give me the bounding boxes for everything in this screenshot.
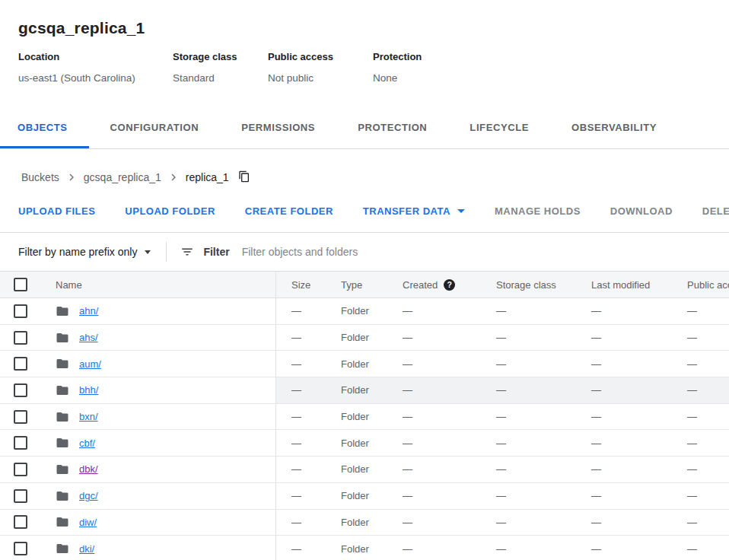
row-size: — (276, 377, 341, 403)
meta-label: Protection (373, 51, 422, 62)
row-public-access: — (687, 298, 729, 324)
create-folder-button[interactable]: CREATE FOLDER (237, 197, 341, 224)
table-row: ahn/ — Folder — — — — (0, 298, 729, 325)
row-last-modified: — (591, 430, 687, 456)
breadcrumb-link[interactable]: Buckets (21, 171, 59, 183)
chevron-right-icon (65, 170, 78, 184)
row-checkbox[interactable] (14, 515, 27, 529)
row-last-modified: — (591, 457, 687, 482)
row-last-modified: — (591, 510, 687, 536)
tab-objects[interactable]: OBJECTS (0, 109, 89, 148)
folder-icon (56, 489, 69, 503)
tab-observability[interactable]: OBSERVABILITY (550, 109, 678, 148)
row-type: Folder (341, 510, 403, 536)
row-created: — (403, 325, 496, 351)
row-checkbox-cell (0, 298, 43, 324)
tab-configuration[interactable]: CONFIGURATION (89, 109, 221, 148)
row-checkbox[interactable] (14, 542, 27, 555)
folder-link[interactable]: cbf/ (79, 438, 95, 449)
row-last-modified: — (591, 351, 687, 377)
select-all-checkbox[interactable] (14, 278, 27, 291)
row-type: Folder (341, 536, 403, 560)
row-type: Folder (341, 457, 403, 482)
filter-input[interactable] (240, 245, 721, 259)
row-checkbox-cell (0, 457, 43, 482)
vertical-divider (166, 242, 167, 262)
folder-link[interactable]: diw/ (79, 517, 97, 528)
row-checkbox[interactable] (14, 304, 27, 318)
folder-icon (56, 542, 69, 555)
folder-icon (56, 410, 69, 424)
row-storage-class: — (496, 457, 591, 482)
row-checkbox-cell (0, 404, 43, 430)
column-header-public-access: Public access (687, 272, 729, 298)
objects-toolbar: UPLOAD FILES UPLOAD FOLDER CREATE FOLDER… (0, 189, 729, 233)
folder-link[interactable]: aum/ (79, 358, 101, 370)
row-created: — (403, 536, 496, 560)
row-size: — (276, 510, 341, 536)
filter-icon (180, 245, 194, 259)
table-body: ahn/ — Folder — — — — ahs/ — Folder — — … (0, 298, 729, 560)
folder-link[interactable]: bhh/ (79, 384, 98, 396)
tab-label: CONFIGURATION (110, 122, 199, 133)
bucket-details-page: gcsqa_replica_1 Location us-east1 (South… (0, 0, 729, 560)
toolbar-button-label: UPLOAD FILES (18, 205, 95, 217)
row-last-modified: — (591, 377, 687, 403)
tab-protection[interactable]: PROTECTION (336, 109, 448, 148)
row-checkbox[interactable] (14, 436, 27, 450)
row-name-cell: cbf/ (43, 430, 276, 456)
toolbar-button-label: CREATE FOLDER (245, 205, 333, 217)
tab-label: PROTECTION (358, 122, 427, 133)
folder-link[interactable]: dki/ (79, 543, 94, 555)
row-name-cell: dgc/ (43, 483, 276, 509)
filter-scope-dropdown[interactable]: Filter by name prefix only (18, 246, 151, 258)
row-storage-class: — (496, 536, 591, 560)
row-checkbox[interactable] (14, 463, 27, 476)
upload-folder-button[interactable]: UPLOAD FOLDER (117, 197, 222, 224)
column-header-created: Created ? (403, 272, 496, 298)
copy-icon (238, 170, 250, 185)
bucket-meta-row: Location us-east1 (South Carolina) Stora… (18, 51, 711, 84)
folder-link[interactable]: ahs/ (79, 332, 98, 343)
folder-link[interactable]: dgc/ (79, 490, 98, 501)
row-public-access: — (687, 483, 729, 509)
upload-files-button[interactable]: UPLOAD FILES (11, 197, 103, 224)
meta-label: Storage class (173, 51, 268, 62)
row-size: — (276, 457, 341, 482)
row-storage-class: — (496, 325, 591, 351)
folder-icon (56, 436, 69, 450)
folder-link[interactable]: ahn/ (79, 305, 98, 317)
meta-value: us-east1 (South Carolina) (18, 72, 173, 84)
tab-permissions[interactable]: PERMISSIONS (220, 109, 336, 148)
tab-bar: OBJECTSCONFIGURATIONPERMISSIONSPROTECTIO… (0, 109, 729, 149)
table-row: diw/ — Folder — — — — (0, 510, 729, 536)
row-name-cell: diw/ (43, 510, 276, 536)
transfer-data-button[interactable]: TRANSFER DATA (355, 197, 473, 224)
row-type: Folder (341, 377, 403, 403)
help-icon[interactable]: ? (444, 279, 455, 291)
toolbar-button-label: DELETE (702, 205, 729, 217)
row-checkbox-cell (0, 377, 43, 403)
tab-lifecycle[interactable]: LIFECYCLE (448, 109, 550, 148)
row-type: Folder (341, 404, 403, 430)
row-checkbox[interactable] (14, 410, 27, 424)
folder-link[interactable]: dbk/ (79, 463, 98, 475)
tab-label: LIFECYCLE (470, 122, 529, 133)
copy-path-button[interactable] (238, 170, 250, 185)
row-type: Folder (341, 483, 403, 509)
folder-icon (56, 515, 69, 529)
row-name-cell: bhh/ (43, 377, 276, 403)
table-row: dbk/ — Folder — — — — (0, 457, 729, 483)
folder-link[interactable]: bxn/ (79, 411, 98, 422)
row-name-cell: dbk/ (43, 457, 276, 482)
row-checkbox[interactable] (14, 357, 27, 371)
row-checkbox[interactable] (14, 331, 27, 345)
breadcrumb-item: replica_1 (161, 170, 229, 184)
breadcrumb-link[interactable]: gcsqa_replica_1 (84, 171, 161, 183)
row-name-cell: aum/ (43, 351, 276, 377)
row-checkbox[interactable] (14, 383, 27, 397)
row-size: — (276, 351, 341, 377)
filter-scope-label: Filter by name prefix only (18, 246, 137, 258)
row-storage-class: — (496, 404, 591, 430)
row-checkbox[interactable] (14, 489, 27, 503)
